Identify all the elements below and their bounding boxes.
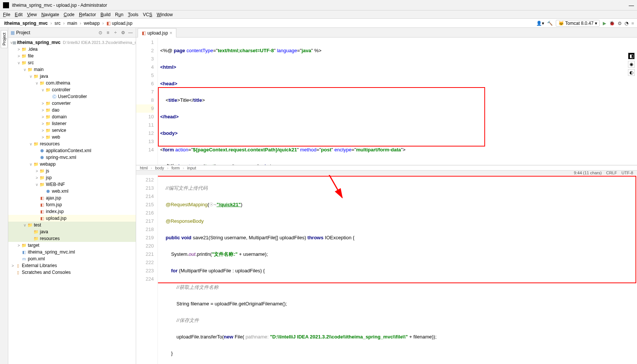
locate-icon[interactable]: ⊙ — [97, 30, 103, 35]
tree-item-main[interactable]: v📁main — [8, 66, 136, 73]
editor-tabs: ◧upload.jsp× — [136, 28, 637, 38]
editor-statusbar: 9:44 (11 chars) CRLF UTF-8 — [136, 170, 637, 175]
menu-code[interactable]: Code — [62, 12, 76, 17]
close-icon[interactable]: × — [170, 30, 173, 36]
chrome-icon[interactable]: ◉ — [628, 61, 635, 68]
expand-icon[interactable]: ≡ — [105, 30, 111, 35]
ide-icon[interactable]: ◧ — [628, 53, 635, 59]
menu-run[interactable]: Run — [114, 12, 125, 17]
menu-window[interactable]: Window — [155, 12, 174, 17]
bc-webapp[interactable]: webapp — [83, 21, 101, 26]
menu-navigate[interactable]: Navigate — [40, 12, 61, 17]
bc-root[interactable]: itheima_spring_mvc — [3, 21, 49, 26]
tree-item-upload.jsp[interactable]: ◧upload.jsp — [8, 215, 136, 222]
tree-item-resources[interactable]: v📁resources — [8, 140, 136, 147]
editor-pane-java[interactable]: 212213214215216217218219220221222223224 … — [136, 175, 637, 364]
menu-tools[interactable]: Tools — [126, 12, 140, 17]
cursor-pos: 9:44 (11 chars) — [574, 171, 602, 175]
run-icon[interactable]: ▶ — [603, 21, 606, 26]
user-icon[interactable]: 👤▾ — [536, 21, 544, 26]
tree-external-libs[interactable]: >▯ External Libraries — [8, 262, 136, 269]
tree-item-converter[interactable]: >📁converter — [8, 100, 136, 107]
tree-item-controller[interactable]: v📁controller — [8, 86, 136, 93]
window-controls: — — [629, 2, 634, 8]
tree-item-form.jsp[interactable]: ◧form.jsp — [8, 201, 136, 208]
gutter-bottom: 212213214215216217218219220221222223224 — [136, 175, 158, 364]
tree-item-ajax.jsp[interactable]: ◧ajax.jsp — [8, 195, 136, 201]
tree-item-applicationContext.xml[interactable]: ⬢applicationContext.xml — [8, 147, 136, 154]
editor-breadcrumb: html› body› form› input — [136, 165, 637, 170]
code-bottom[interactable]: //编写文件上传代码 @RequestMapping(☉~"/quick21")… — [158, 175, 637, 364]
edge-icon[interactable]: ◐ — [628, 69, 635, 76]
menu-refactor[interactable]: Refactor — [77, 12, 97, 17]
debug-icon[interactable]: 🐞 — [609, 21, 615, 26]
app-logo-icon — [3, 2, 9, 8]
left-toolstrip: Project — [0, 28, 8, 364]
menubar: File Edit View Navigate Code Refactor Bu… — [0, 11, 637, 19]
bc-file[interactable]: ◧ upload.jsp — [105, 21, 133, 26]
project-tree[interactable]: v▦ itheima_spring_mvc D:\IntelliJ IDEA 2… — [8, 38, 136, 364]
tree-item-pom.xml[interactable]: mpom.xml — [8, 255, 136, 262]
tab-upload-jsp[interactable]: ◧upload.jsp× — [138, 28, 176, 38]
gutter-top: 1234567891011121314 — [136, 38, 158, 165]
stop-icon[interactable]: ■ — [631, 21, 634, 26]
tree-item-test[interactable]: v📁test — [8, 222, 136, 228]
titlebar: itheima_spring_mvc - upload.jsp - Admini… — [0, 0, 637, 11]
settings-icon[interactable]: ⚙ — [120, 30, 126, 35]
tree-item-domain[interactable]: >📁domain — [8, 113, 136, 120]
tree-item-service[interactable]: >📁service — [8, 127, 136, 134]
bc-main[interactable]: main — [66, 21, 78, 26]
tree-item-itheima_spring_mvc.iml[interactable]: ◧itheima_spring_mvc.iml — [8, 249, 136, 255]
menu-build[interactable]: Build — [99, 12, 112, 17]
build-icon[interactable]: 🔨 — [547, 21, 553, 26]
line-ending[interactable]: CRLF — [606, 171, 617, 175]
sidebar-header: ▦ Project ⊙ ≡ ÷ ⚙ — — [8, 28, 136, 38]
tree-item-web.xml[interactable]: ⬢web.xml — [8, 188, 136, 195]
tree-item-listener[interactable]: >📁listener — [8, 120, 136, 127]
encoding[interactable]: UTF-8 — [622, 171, 633, 175]
menu-vcs[interactable]: VCS — [141, 12, 154, 17]
tree-item-WEB-INF[interactable]: v📁WEB-INF — [8, 181, 136, 188]
menu-edit[interactable]: Edit — [13, 12, 24, 17]
tree-item-target[interactable]: >📁target — [8, 242, 136, 249]
tree-item-js[interactable]: >📁js — [8, 168, 136, 174]
collapse-icon[interactable]: ÷ — [112, 30, 118, 35]
coverage-icon[interactable]: ⊙ — [618, 21, 622, 26]
tree-root[interactable]: v▦ itheima_spring_mvc D:\IntelliJ IDEA 2… — [8, 39, 136, 46]
tree-item-UserController[interactable]: ⒸUserController — [8, 93, 136, 100]
tree-item-java[interactable]: 📁java — [8, 228, 136, 235]
editor-pane-jsp[interactable]: 1234567891011121314 <%@ page contentType… — [136, 38, 637, 165]
tree-item-com.itheima[interactable]: v📁com.itheima — [8, 80, 136, 86]
tree-item-spring-mvc.xml[interactable]: ⬢spring-mvc.xml — [8, 154, 136, 161]
project-sidebar: ▦ Project ⊙ ≡ ÷ ⚙ — v▦ itheima_spring_mv… — [8, 28, 136, 364]
tree-item-jsp[interactable]: >📁jsp — [8, 174, 136, 181]
tree-item-src[interactable]: v📁src — [8, 59, 136, 66]
menu-file[interactable]: File — [2, 12, 12, 17]
tree-item-java[interactable]: v📁java — [8, 73, 136, 80]
editor-float-icons: ◧ ◉ ◐ — [628, 53, 635, 76]
tree-scratches[interactable]: ▯ Scratches and Consoles — [8, 269, 136, 276]
sidebar-title: Project — [16, 30, 96, 35]
code-top[interactable]: <%@ page contentType="text/html;charset=… — [158, 38, 637, 165]
project-toolwindow-tab[interactable]: Project — [1, 30, 8, 48]
bc-src[interactable]: src — [53, 21, 62, 26]
hide-icon[interactable]: — — [127, 30, 133, 35]
tree-item-.idea[interactable]: >📁.idea — [8, 46, 136, 53]
profile-icon[interactable]: ◔ — [625, 21, 628, 26]
tree-item-resources[interactable]: 📁resources — [8, 235, 136, 242]
window-title: itheima_spring_mvc - upload.jsp - Admini… — [12, 3, 629, 8]
menu-view[interactable]: View — [26, 12, 38, 17]
run-config-dropdown[interactable]: 🐱 Tomcat 8.0.47 ▾ — [556, 20, 600, 27]
tree-item-web[interactable]: >📁web — [8, 134, 136, 140]
editor-main: ◧upload.jsp× 1234567891011121314 <%@ pag… — [136, 28, 637, 364]
tree-item-index.jsp[interactable]: ◧index.jsp — [8, 208, 136, 215]
tree-item-webapp[interactable]: v📁webapp — [8, 161, 136, 168]
nav-breadcrumbs: itheima_spring_mvc› src› main› webapp› ◧… — [0, 19, 637, 28]
minimize-icon[interactable]: — — [629, 2, 634, 8]
tree-item-file[interactable]: >📁file — [8, 53, 136, 59]
tree-item-dao[interactable]: >📁dao — [8, 107, 136, 113]
